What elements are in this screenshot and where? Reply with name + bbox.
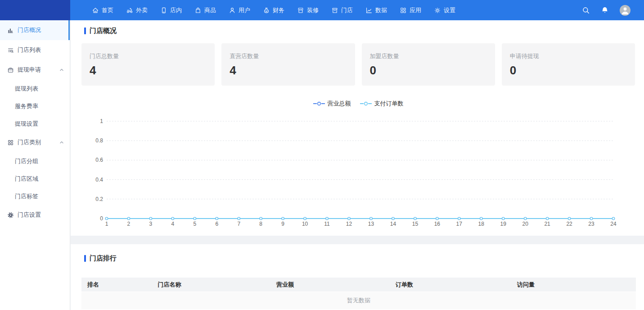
svg-text:17: 17 (456, 221, 463, 227)
sidebar-subitem-门店标签[interactable]: 门店标签 (0, 187, 70, 205)
stat-card-申请待提现: 申请待提现0 (502, 43, 635, 86)
table-header-营业额: 营业额 (270, 278, 390, 292)
sidebar-subitem-门店分组[interactable]: 门店分组 (0, 152, 70, 170)
nav-item-label: 门店 (341, 6, 353, 14)
sidebar-subitem-label: 提现列表 (15, 85, 38, 93)
sidebar-item-门店设置[interactable]: 门店设置 (0, 205, 70, 225)
sidebar-item-门店类别[interactable]: 门店类别 (0, 132, 70, 152)
gear-filled-icon (7, 212, 14, 219)
sidebar-subitem-label: 门店区域 (15, 175, 38, 183)
ranking-section-title: 门店排行 (84, 254, 635, 263)
stat-label: 直营店数量 (230, 52, 347, 60)
table-empty-state: 暂无数据 (81, 292, 636, 309)
ranking-panel: 门店排行 排名门店名称营业额订单数访问量 暂无数据 (71, 244, 644, 310)
title-accent-bar (84, 255, 86, 262)
goods-icon (194, 7, 202, 14)
sidebar-subitem-服务费率[interactable]: 服务费率 (0, 97, 70, 115)
stat-card-门店总数量: 门店总数量4 (81, 43, 215, 86)
nav-item-财务[interactable]: 财务 (257, 0, 291, 20)
sidebar-subitem-label: 门店分组 (15, 157, 38, 165)
nav-item-用户[interactable]: 用户 (222, 0, 257, 20)
overview-panel: 门店概况 门店总数量4直营店数量4加盟店数量0申请待提现0 营业总额支付订单数 … (71, 20, 644, 236)
stat-card-直营店数量: 直营店数量4 (221, 43, 355, 86)
nav-item-首页[interactable]: 首页 (92, 0, 120, 20)
finance-icon (263, 7, 270, 14)
overview-title-text: 门店概况 (90, 27, 117, 35)
svg-text:6: 6 (215, 221, 218, 227)
list-search-icon (7, 47, 14, 54)
nav-item-外卖[interactable]: 外卖 (120, 0, 154, 20)
svg-text:21: 21 (544, 221, 550, 227)
decorate-icon (297, 7, 304, 14)
ranking-table-header: 排名门店名称营业额订单数访问量 (81, 278, 636, 292)
table-header-排名: 排名 (81, 278, 152, 292)
svg-text:2: 2 (127, 221, 131, 227)
stat-value: 4 (90, 64, 207, 77)
nav-item-label: 外卖 (136, 6, 148, 14)
chevron-up-icon (59, 67, 64, 73)
legend-line-marker (313, 101, 325, 106)
svg-text:3: 3 (149, 221, 153, 227)
data-icon (365, 7, 373, 14)
svg-text:14: 14 (390, 221, 396, 227)
bell-icon[interactable] (601, 6, 609, 14)
nav-item-门店[interactable]: 门店 (325, 0, 359, 20)
svg-text:1: 1 (100, 118, 103, 124)
nav-item-label: 店内 (170, 6, 182, 14)
svg-text:10: 10 (302, 221, 308, 227)
legend-line-marker (360, 101, 372, 106)
svg-text:0.6: 0.6 (95, 157, 103, 163)
svg-text:0.4: 0.4 (95, 177, 103, 183)
table-header-订单数: 订单数 (390, 278, 511, 292)
nav-item-装修[interactable]: 装修 (291, 0, 325, 20)
nav-item-应用[interactable]: 应用 (393, 0, 428, 20)
sidebar: 门店概况门店列表提现申请提现列表服务费率提现设置门店类别门店分组门店区域门店标签… (0, 20, 70, 310)
sidebar-subitem-提现设置[interactable]: 提现设置 (0, 115, 70, 132)
nav-item-商品[interactable]: 商品 (188, 0, 222, 20)
svg-text:11: 11 (324, 221, 330, 227)
sidebar-subitem-label: 提现设置 (15, 120, 38, 128)
sidebar-item-label: 门店类别 (18, 138, 41, 146)
svg-text:1: 1 (105, 221, 108, 227)
sidebar-subitem-label: 服务费率 (15, 102, 38, 110)
main-content: 门店概况 门店总数量4直营店数量4加盟店数量0申请待提现0 营业总额支付订单数 … (71, 20, 644, 310)
nav-item-label: 首页 (102, 6, 113, 14)
sidebar-item-门店概况[interactable]: 门店概况 (0, 20, 70, 40)
stat-label: 加盟店数量 (370, 52, 487, 60)
nav-item-数据[interactable]: 数据 (359, 0, 393, 20)
sidebar-item-label: 提现申请 (18, 66, 41, 74)
avatar[interactable] (620, 5, 630, 16)
logo-area[interactable] (0, 0, 70, 20)
nav-item-设置[interactable]: 设置 (428, 0, 462, 20)
svg-text:0.2: 0.2 (95, 196, 103, 202)
svg-text:15: 15 (412, 221, 419, 227)
sidebar-item-门店列表[interactable]: 门店列表 (0, 40, 70, 60)
sidebar-subitem-提现列表[interactable]: 提现列表 (0, 80, 70, 97)
svg-text:9: 9 (281, 221, 284, 227)
store-icon (331, 7, 338, 14)
topbar-right (582, 5, 644, 16)
sidebar-item-label: 门店列表 (18, 46, 41, 54)
chart-legend: 营业总额支付订单数 (81, 100, 635, 108)
legend-item-支付订单数[interactable]: 支付订单数 (360, 100, 404, 108)
legend-item-营业总额[interactable]: 营业总额 (313, 100, 351, 108)
nav-item-label: 数据 (375, 6, 387, 14)
nav-item-店内[interactable]: 店内 (154, 0, 188, 20)
sidebar-subitem-门店区域[interactable]: 门店区域 (0, 170, 70, 187)
sidebar-item-label: 门店概况 (18, 26, 41, 34)
stat-label: 申请待提现 (510, 52, 627, 60)
chevron-up-icon (59, 140, 64, 145)
svg-text:7: 7 (237, 221, 240, 227)
overview-line-chart: 00.20.40.60.8112345678910111213141516171… (81, 112, 635, 230)
svg-text:24: 24 (610, 221, 617, 227)
instore-icon (160, 7, 167, 14)
nav-item-label: 财务 (273, 6, 284, 14)
search-icon[interactable] (582, 6, 590, 14)
svg-text:18: 18 (478, 221, 485, 227)
overview-section-title: 门店概况 (84, 27, 635, 35)
nav-item-label: 商品 (204, 6, 216, 14)
table-header-访问量: 访问量 (511, 278, 636, 292)
withdraw-icon (7, 67, 14, 73)
main-nav: 首页外卖店内商品用户财务装修门店数据应用设置 (70, 0, 462, 20)
sidebar-item-提现申请[interactable]: 提现申请 (0, 60, 70, 80)
